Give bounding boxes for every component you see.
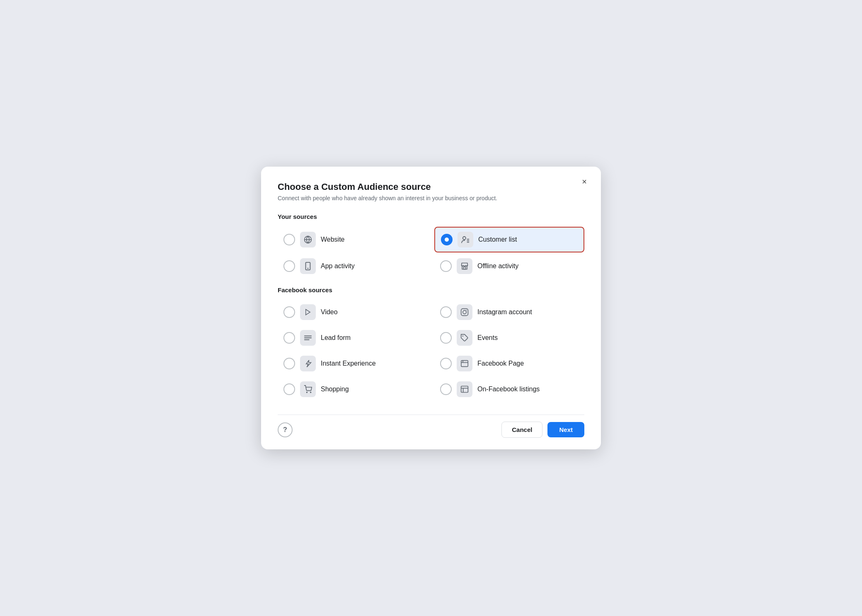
option-customer-list[interactable]: Customer list xyxy=(434,227,584,252)
svg-rect-17 xyxy=(461,361,468,367)
option-events[interactable]: Events xyxy=(434,326,584,350)
option-instant-experience[interactable]: Instant Experience xyxy=(278,352,428,376)
svg-rect-10 xyxy=(461,309,468,316)
svg-rect-22 xyxy=(461,386,468,393)
next-button[interactable]: Next xyxy=(547,422,584,437)
globe-icon xyxy=(300,232,316,247)
bolt-icon xyxy=(300,356,316,371)
close-button[interactable]: × xyxy=(578,175,591,188)
radio-website xyxy=(283,234,295,245)
radio-lead-form xyxy=(283,332,295,344)
option-website-label: Website xyxy=(321,236,345,243)
option-offline-activity[interactable]: Offline activity xyxy=(434,254,584,278)
svg-point-2 xyxy=(463,237,466,240)
instagram-icon xyxy=(457,304,472,320)
your-sources-grid: Website Customer list xyxy=(278,227,584,278)
dialog-subtitle: Connect with people who have already sho… xyxy=(278,195,584,201)
listings-icon xyxy=(457,381,472,397)
option-lead-form-label: Lead form xyxy=(321,334,351,342)
radio-instagram-account xyxy=(440,306,452,318)
option-facebook-page[interactable]: Facebook Page xyxy=(434,352,584,376)
facebook-sources-grid: Video Instagram account xyxy=(278,300,584,401)
option-video[interactable]: Video xyxy=(278,300,428,324)
dialog-title: Choose a Custom Audience source xyxy=(278,182,584,192)
option-customer-list-label: Customer list xyxy=(478,236,517,243)
facebook-sources-label: Facebook sources xyxy=(278,286,584,293)
svg-point-21 xyxy=(310,392,311,393)
option-events-label: Events xyxy=(477,334,498,342)
radio-offline-activity xyxy=(440,260,452,272)
option-shopping-label: Shopping xyxy=(321,386,349,393)
svg-point-11 xyxy=(463,310,466,314)
fb-page-icon xyxy=(457,356,472,371)
radio-instant-experience xyxy=(283,358,295,369)
option-app-activity[interactable]: App activity xyxy=(278,254,428,278)
store-icon xyxy=(457,258,472,274)
option-on-facebook-listings[interactable]: On-Facebook listings xyxy=(434,377,584,401)
option-instagram-account-label: Instagram account xyxy=(477,308,532,316)
lines-icon xyxy=(300,330,316,346)
option-video-label: Video xyxy=(321,308,338,316)
footer-actions: Cancel Next xyxy=(501,422,584,438)
option-facebook-page-label: Facebook Page xyxy=(477,360,524,367)
svg-rect-8 xyxy=(464,267,466,269)
svg-marker-9 xyxy=(306,309,310,315)
option-app-activity-label: App activity xyxy=(321,262,355,270)
svg-point-12 xyxy=(466,310,467,311)
dialog-footer: ? Cancel Next xyxy=(278,415,584,438)
radio-facebook-page xyxy=(440,358,452,369)
option-shopping[interactable]: Shopping xyxy=(278,377,428,401)
cancel-button[interactable]: Cancel xyxy=(501,422,542,438)
help-button[interactable]: ? xyxy=(278,422,293,437)
option-on-facebook-listings-label: On-Facebook listings xyxy=(477,386,540,393)
radio-events xyxy=(440,332,452,344)
option-lead-form[interactable]: Lead form xyxy=(278,326,428,350)
radio-on-facebook-listings xyxy=(440,383,452,395)
play-icon xyxy=(300,304,316,320)
option-offline-activity-label: Offline activity xyxy=(477,262,518,270)
option-instant-experience-label: Instant Experience xyxy=(321,360,376,367)
radio-video xyxy=(283,306,295,318)
mobile-icon xyxy=(300,258,316,274)
svg-point-20 xyxy=(307,392,308,393)
radio-shopping xyxy=(283,383,295,395)
tag-icon xyxy=(457,330,472,346)
option-website[interactable]: Website xyxy=(278,227,428,252)
your-sources-label: Your sources xyxy=(278,213,584,220)
radio-customer-list xyxy=(441,234,453,245)
option-instagram-account[interactable]: Instagram account xyxy=(434,300,584,324)
cart-icon xyxy=(300,381,316,397)
customer-list-icon xyxy=(458,232,473,247)
custom-audience-dialog: × Choose a Custom Audience source Connec… xyxy=(261,167,601,449)
radio-app-activity xyxy=(283,260,295,272)
